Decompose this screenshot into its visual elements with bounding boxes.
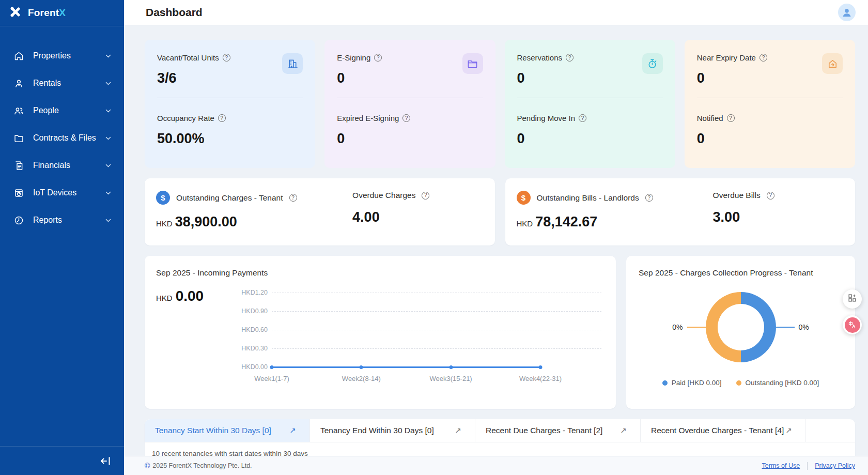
stat-value: 0 [337,131,483,147]
legend-label: Paid [HKD 0.00] [672,379,722,387]
legend-item[interactable]: Outstanding [HKD 0.00] [736,379,819,387]
finance-title: Outstanding Bills - Landlords [537,193,639,203]
user-avatar[interactable] [838,4,856,21]
gridline [272,293,601,293]
help-icon[interactable] [566,54,574,62]
stat-label: E-Signing [337,53,370,62]
help-icon[interactable] [760,54,767,62]
data-point [270,365,274,369]
tab-content-text: 10 recent tenancies with start dates wit… [145,442,855,456]
sidebar-item-reports[interactable]: Reports [5,210,119,231]
divider [807,462,808,470]
help-icon[interactable] [223,54,230,62]
tenant-person-icon [13,78,24,89]
tab-label: Tenancy Start Within 30 Days [0] [155,426,271,435]
finance-title: Outstanding Charges - Tenant [176,193,283,203]
finance-card-landlords: $ Outstanding Bills - Landlords HKD78,14… [505,178,856,246]
chart-summary: HKD0.00 [156,284,234,386]
sidebar-item-rentals[interactable]: Rentals [5,73,119,94]
donut-ring [706,292,776,362]
stat-card-esigning: E-Signing 0 Expired E-Signing 0 [324,40,495,168]
data-point [538,365,542,369]
sidebar-footer [0,446,124,475]
tenancy-tabs-card: Tenancy Start Within 30 Days [0]↗Tenancy… [145,419,855,456]
stat-card-expiry: Near Expiry Date 0 Notified 0 [685,40,855,168]
overdue-value: 4.00 [352,209,483,225]
legend-item[interactable]: Paid [HKD 0.00] [662,379,722,387]
stat-value: 0 [697,131,843,147]
help-icon[interactable] [218,114,226,122]
stopwatch-icon [642,53,663,74]
stat-label: Pending Move In [517,114,576,122]
chevron-down-icon [105,162,112,169]
finance-row: $ Outstanding Charges - Tenant HKD38,900… [145,178,855,246]
dashboard-content: Vacant/Total Units 3/6 Occupancy Rate 50… [124,25,868,456]
footer-link[interactable]: Privacy Policy [815,462,855,469]
y-tick-label: HKD0.60 [234,326,268,333]
sidebar-item-properties[interactable]: Properties [5,45,119,66]
sidebar-nav: Properties Rentals People Contracts & Fi… [0,26,124,446]
stats-row: Vacant/Total Units 3/6 Occupancy Rate 50… [145,40,855,168]
sidebar-item-financials[interactable]: Financials [5,155,119,176]
translate-language-button[interactable] [843,315,862,334]
main-area: Dashboard Vacant/Total Units 3/6 Occupan… [124,0,868,475]
stat-label: Expired E-Signing [337,114,399,122]
chevron-down-icon [105,108,112,114]
top-header: Dashboard [124,0,868,25]
x-tick-label: Week1(1-7) [254,375,289,382]
dollar-circle-icon: $ [156,191,170,205]
tab-1[interactable]: Tenancy Start Within 30 Days [0]↗ [145,419,310,442]
chevron-down-icon [105,190,112,196]
stat-label: Vacant/Total Units [157,53,219,62]
stat-label: Near Expiry Date [697,53,756,62]
chart-title: Sep 2025 - Incoming Payments [156,268,601,278]
stat-value: 0 [337,70,382,86]
help-icon[interactable] [289,194,297,202]
y-tick-label: HKD0.30 [234,345,268,352]
data-point [360,365,363,369]
customize-widgets-button[interactable] [843,289,862,309]
sidebar-item-people[interactable]: People [5,100,119,121]
tab-label: Recent Overdue Charges - Tenant [4] [651,426,784,435]
copyright: © 2025 ForentX Technology Pte. Ltd. [145,462,762,470]
tab-3[interactable]: Recent Due Charges - Tenant [2]↗ [475,419,641,442]
footer-links: Terms of UsePrivacy Policy [762,462,855,470]
tab-2[interactable]: Tenancy End Within 30 Days [0]↗ [310,419,475,442]
sidebar-item-contracts-files[interactable]: Contracts & Files [5,128,119,148]
building-icon [282,53,303,74]
folder-icon [13,133,24,144]
legend-dot [662,380,668,386]
footer: © 2025 ForentX Technology Pte. Ltd. Term… [124,456,868,475]
help-icon[interactable] [767,192,774,200]
sidebar-item-iot-devices[interactable]: IoT Devices [5,182,119,203]
y-tick-label: HKD1.20 [234,289,268,296]
help-icon[interactable] [402,114,410,122]
help-icon[interactable] [645,194,653,202]
home-icon [13,51,24,62]
x-tick-label: Week2(8-14) [342,375,381,382]
external-link-arrow-icon: ↗ [455,426,461,435]
chevron-down-icon [105,217,112,224]
translate-language-icon [845,317,860,333]
external-link-arrow-icon: ↗ [785,426,792,435]
tab-label: Recent Due Charges - Tenant [2] [486,426,602,435]
footer-link[interactable]: Terms of Use [762,462,800,469]
tab-bar: Tenancy Start Within 30 Days [0]↗Tenancy… [145,419,855,442]
amount-value: 78,142.67 [535,214,597,229]
gridline [272,330,601,330]
charts-row: Sep 2025 - Incoming Payments HKD0.00 HKD… [145,256,855,409]
stat-label: Occupancy Rate [157,114,214,122]
help-icon[interactable] [374,54,382,62]
collapse-sidebar-icon[interactable] [99,455,112,467]
finance-subtitle: Overdue Charges [352,191,415,200]
page-title: Dashboard [146,6,838,19]
leader-line-left [687,327,706,328]
tab-4[interactable]: Recent Overdue Charges - Tenant [4]↗ [641,419,806,442]
help-icon[interactable] [579,114,586,122]
chart-title: Sep 2025 - Charges Collection Progress -… [639,268,843,278]
finance-card-tenant: $ Outstanding Charges - Tenant HKD38,900… [145,178,495,246]
customize-widgets-icon [847,293,857,305]
y-tick-label: HKD0.90 [234,308,268,315]
help-icon[interactable] [422,192,429,200]
help-icon[interactable] [727,114,735,122]
